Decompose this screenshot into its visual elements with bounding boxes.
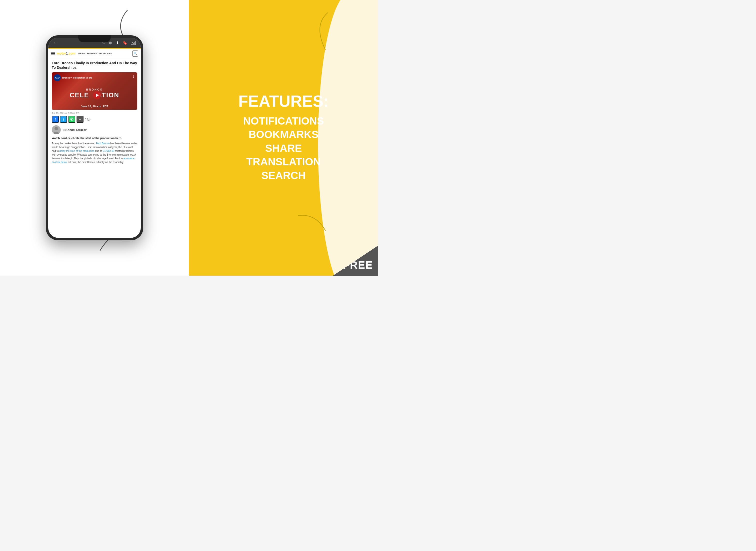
- feature-notifications: NOTIFICATIONS: [238, 114, 329, 128]
- svg-point-1: [55, 127, 58, 130]
- video-channel-info: Ford Bronco™ Celebration | Ford: [54, 74, 92, 81]
- video-more-button[interactable]: ⋮: [132, 74, 135, 78]
- facebook-share-button[interactable]: f: [52, 116, 59, 123]
- more-share-button[interactable]: +: [77, 116, 83, 123]
- social-share-row: f t ✆ + 0 💬: [52, 116, 137, 123]
- nav-bar: motor1.com NEWS REVIEWS SHOP CARS 🔍: [48, 49, 141, 58]
- article-content: Ford Bronco Finally In Production And On…: [48, 58, 141, 166]
- site-logo[interactable]: motor1.com: [57, 51, 75, 55]
- feature-bookmarks: BOOKMARKS: [238, 128, 329, 141]
- nav-link-reviews[interactable]: REVIEWS: [87, 52, 97, 55]
- bookmark-icon[interactable]: 🔖: [123, 40, 127, 45]
- video-thumbnail[interactable]: Ford Bronco™ Celebration | Ford ⋮ BRONCO…: [52, 72, 137, 110]
- phone-screen: ← ♡ ⊕ ⬆ 🔖 Ax: [48, 38, 141, 238]
- ford-bronco-link[interactable]: Ford Bronco: [96, 142, 110, 145]
- author-name: By: Angel Sergeev: [63, 128, 87, 131]
- nav-links: NEWS REVIEWS SHOP CARS: [78, 52, 112, 55]
- article-subtitle: Watch Ford celebrate the start of the pr…: [52, 136, 137, 140]
- delay-link[interactable]: delay the start of the production: [59, 149, 95, 152]
- feature-translation: TRANSLATION: [238, 155, 329, 169]
- feature-search: SEARCH: [238, 169, 329, 182]
- video-channel-name: Bronco™ Celebration | Ford: [62, 76, 92, 79]
- bronco-label: BRONCO: [52, 88, 137, 91]
- twitter-share-button[interactable]: t: [60, 116, 67, 123]
- article-body: To say the market launch of the revived …: [52, 141, 137, 164]
- phone-wrapper: ← ♡ ⊕ ⬆ 🔖 Ax: [46, 35, 143, 240]
- nav-link-shop[interactable]: SHOP CARS: [99, 52, 112, 55]
- search-button[interactable]: 🔍: [132, 50, 138, 56]
- whatsapp-share-button[interactable]: ✆: [68, 116, 75, 123]
- features-block: FEATURES: NOTIFICATIONS BOOKMARKS SHARE …: [228, 93, 339, 182]
- globe-icon[interactable]: ⊕: [109, 40, 112, 45]
- back-button[interactable]: ←: [53, 40, 58, 45]
- comment-icon: 💬: [87, 118, 91, 121]
- phone-frame: ← ♡ ⊕ ⬆ 🔖 Ax: [46, 35, 143, 240]
- feature-share: SHARE: [238, 141, 329, 155]
- hamburger-menu[interactable]: [51, 52, 55, 55]
- nav-link-news[interactable]: NEWS: [78, 52, 85, 55]
- author-avatar: [52, 125, 61, 134]
- ford-logo-text: Ford: [55, 77, 59, 79]
- right-section: FEATURES: NOTIFICATIONS BOOKMARKS SHARE …: [189, 0, 378, 276]
- play-button[interactable]: [89, 91, 97, 99]
- video-date: June 15, 10 a.m. EDT: [52, 105, 137, 108]
- ford-logo: Ford: [54, 74, 61, 81]
- phone-notch: [78, 35, 111, 42]
- translate-icon[interactable]: Ax: [131, 41, 136, 45]
- features-title: FEATURES:: [238, 93, 329, 109]
- celebration-prefix: CELE: [70, 91, 89, 99]
- comment-count[interactable]: 0 💬: [85, 118, 91, 121]
- covid-link[interactable]: COVID-19: [103, 149, 114, 152]
- share-icon[interactable]: ⬆: [116, 40, 119, 45]
- status-bar-left: ←: [53, 40, 58, 45]
- author-row: By: Angel Sergeev: [52, 125, 137, 134]
- search-icon: 🔍: [133, 52, 137, 55]
- article-title: Ford Bronco Finally In Production And On…: [52, 61, 137, 70]
- left-section: ← ♡ ⊕ ⬆ 🔖 Ax: [0, 0, 189, 276]
- article-date: Jun 15, 2021 at 6:00am ET: [52, 112, 137, 114]
